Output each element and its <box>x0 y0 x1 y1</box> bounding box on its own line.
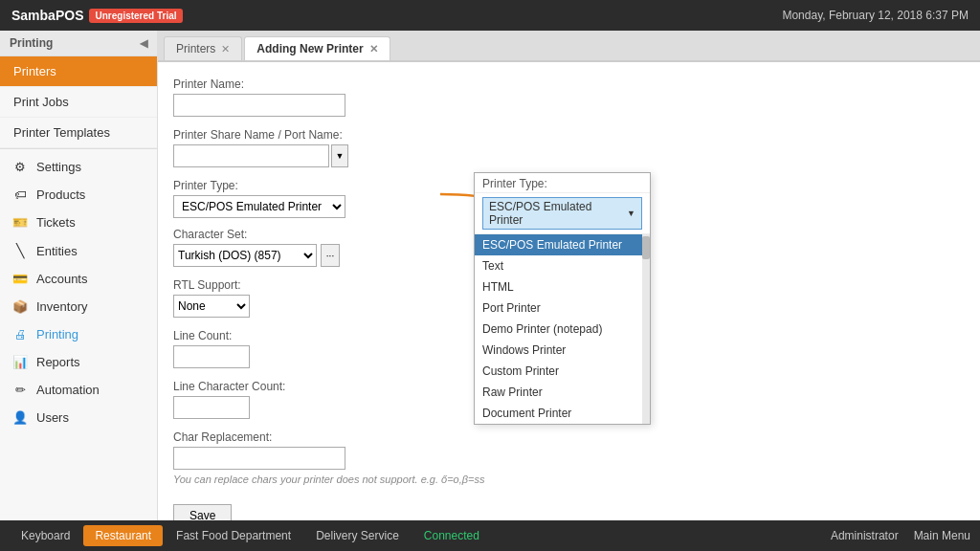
dropdown-item-custom[interactable]: Custom Printer <box>475 361 650 382</box>
char-replacement-input[interactable] <box>173 447 345 470</box>
reports-label: Reports <box>36 355 80 369</box>
main-menu-label[interactable]: Main Menu <box>914 529 970 542</box>
dropdown-scrollbar-thumb <box>642 236 650 259</box>
sidebar-item-entities[interactable]: ╲ Entities <box>0 236 157 265</box>
dropdown-chevron-icon: ▼ <box>627 209 635 218</box>
printing-label: Printing <box>36 327 78 342</box>
collapse-icon[interactable]: ◀ <box>140 37 147 50</box>
dropdown-item-demo[interactable]: Demo Printer (notepad) <box>475 319 650 340</box>
trial-badge: Unregistered Trial <box>89 9 182 23</box>
dropdown-scrollbar[interactable] <box>642 234 650 424</box>
sidebar-section-label: Printing <box>10 36 53 50</box>
entities-label: Entities <box>36 244 78 258</box>
line-char-input[interactable]: 42 <box>173 396 250 419</box>
save-button[interactable]: Save <box>173 504 232 520</box>
datetime: Monday, February 12, 2018 6:37 PM <box>782 9 969 22</box>
line-count-input[interactable]: 0 <box>173 345 250 368</box>
printer-share-label: Printer Share Name / Port Name: <box>173 128 965 142</box>
sidebar-item-products[interactable]: 🏷 Products <box>0 181 157 209</box>
tab-content: Printer Name: Printer Share Name / Port … <box>158 62 980 520</box>
bottom-right-info: Administrator Main Menu <box>831 529 970 542</box>
dropdown-item-text[interactable]: Text <box>475 255 650 276</box>
tab-printers-label: Printers <box>176 42 215 55</box>
sidebar-section-printing[interactable]: Printing ◀ <box>0 31 157 56</box>
printer-name-input[interactable] <box>173 94 345 117</box>
printer-type-select[interactable]: ESC/POS Emulated Printer <box>173 195 345 218</box>
sidebar-item-tickets[interactable]: 🎫 Tickets <box>0 209 157 236</box>
settings-label: Settings <box>36 160 81 174</box>
char-replacement-label: Char Replacement: <box>173 430 965 444</box>
printer-type-dropdown-panel: Printer Type: ESC/POS Emulated Printer ▼… <box>474 172 651 425</box>
printers-label: Printers <box>13 64 56 78</box>
sidebar-item-printer-templates[interactable]: Printer Templates <box>0 118 157 148</box>
printer-name-label: Printer Name: <box>173 77 965 91</box>
printer-templates-label: Printer Templates <box>13 125 110 140</box>
printer-type-label: Printer Type: <box>173 179 345 192</box>
char-replacement-section: Char Replacement: You can replace chars … <box>173 430 965 485</box>
sidebar-item-inventory[interactable]: 📦 Inventory <box>0 293 157 320</box>
users-icon: 👤 <box>11 410 29 425</box>
users-label: Users <box>36 410 69 425</box>
print-jobs-label: Print Jobs <box>13 95 69 109</box>
tab-bar: Printers ✕ Adding New Printer ✕ <box>158 31 980 62</box>
content-area: Printers ✕ Adding New Printer ✕ Printer … <box>158 31 980 520</box>
dropdown-list-container: ESC/POS Emulated Printer Text HTML Port … <box>475 234 650 424</box>
sidebar-item-users[interactable]: 👤 Users <box>0 404 157 431</box>
dropdown-item-document[interactable]: Document Printer <box>475 403 650 424</box>
products-label: Products <box>36 187 85 202</box>
tab-adding-new-printer[interactable]: Adding New Printer ✕ <box>244 36 390 60</box>
char-set-dots-button[interactable]: ··· <box>321 244 340 267</box>
inventory-label: Inventory <box>36 299 87 314</box>
bottombar: Keyboard Restaurant Fast Food Department… <box>0 520 980 551</box>
tickets-icon: 🎫 <box>11 215 29 230</box>
hint-text: You can replace chars your printer does … <box>173 474 965 485</box>
tab-printers-close[interactable]: ✕ <box>221 43 230 55</box>
printer-type-section-left: Printer Type: ESC/POS Emulated Printer <box>173 179 345 218</box>
dropdown-panel-selected[interactable]: ESC/POS Emulated Printer ▼ <box>482 197 642 230</box>
automation-icon: ✏ <box>11 383 29 397</box>
dropdown-item-escpos[interactable]: ESC/POS Emulated Printer <box>475 234 650 255</box>
products-icon: 🏷 <box>11 187 29 202</box>
printing-icon: 🖨 <box>11 327 29 342</box>
dropdown-panel-label: Printer Type: <box>475 173 650 193</box>
sidebar-item-printers[interactable]: Printers <box>0 56 157 87</box>
tab-new-printer-label: Adding New Printer <box>256 42 363 55</box>
logo: SambaPOS Unregistered Trial <box>11 8 183 23</box>
entities-icon: ╲ <box>11 243 29 258</box>
sidebar-item-automation[interactable]: ✏ Automation <box>0 376 157 404</box>
logo-text: SambaPOS <box>11 8 83 23</box>
inventory-icon: 📦 <box>11 299 29 314</box>
printer-name-section: Printer Name: <box>173 77 965 117</box>
sidebar-item-printing[interactable]: 🖨 Printing <box>0 320 157 348</box>
btab-delivery[interactable]: Delivery Service <box>304 525 411 546</box>
sidebar-item-accounts[interactable]: 💳 Accounts <box>0 265 157 293</box>
dropdown-selected-text: ESC/POS Emulated Printer <box>489 200 627 227</box>
sidebar: Printing ◀ Printers Print Jobs Printer T… <box>0 31 158 520</box>
dropdown-item-raw[interactable]: Raw Printer <box>475 382 650 403</box>
rtl-select[interactable]: None <box>173 295 250 318</box>
btab-fast-food[interactable]: Fast Food Department <box>165 525 302 546</box>
accounts-label: Accounts <box>36 272 87 286</box>
printer-share-input[interactable] <box>173 144 329 167</box>
accounts-icon: 💳 <box>11 272 29 286</box>
dropdown-item-port[interactable]: Port Printer <box>475 298 650 319</box>
topbar: SambaPOS Unregistered Trial Monday, Febr… <box>0 0 980 31</box>
btab-restaurant[interactable]: Restaurant <box>83 525 163 546</box>
sidebar-item-reports[interactable]: 📊 Reports <box>0 348 157 376</box>
tab-printers[interactable]: Printers ✕ <box>164 36 242 60</box>
main-navigation: ⚙ Settings 🏷 Products 🎫 Tickets ╲ Entiti… <box>0 148 157 520</box>
automation-label: Automation <box>36 383 100 397</box>
char-set-select[interactable]: Turkish (DOS) (857) <box>173 244 317 267</box>
btab-keyboard[interactable]: Keyboard <box>10 525 81 546</box>
settings-icon: ⚙ <box>11 160 29 174</box>
dropdown-item-html[interactable]: HTML <box>475 276 650 298</box>
bottom-tabs: Keyboard Restaurant Fast Food Department… <box>10 525 491 546</box>
btab-connected[interactable]: Connected <box>412 525 491 546</box>
sidebar-item-settings[interactable]: ⚙ Settings <box>0 153 157 181</box>
dropdown-item-windows[interactable]: Windows Printer <box>475 340 650 361</box>
printer-share-dropdown-btn[interactable]: ▼ <box>331 144 348 167</box>
admin-label[interactable]: Administrator <box>831 529 899 542</box>
tab-new-printer-close[interactable]: ✕ <box>369 43 378 55</box>
sidebar-item-print-jobs[interactable]: Print Jobs <box>0 87 157 118</box>
printer-share-section: Printer Share Name / Port Name: ▼ <box>173 128 965 167</box>
